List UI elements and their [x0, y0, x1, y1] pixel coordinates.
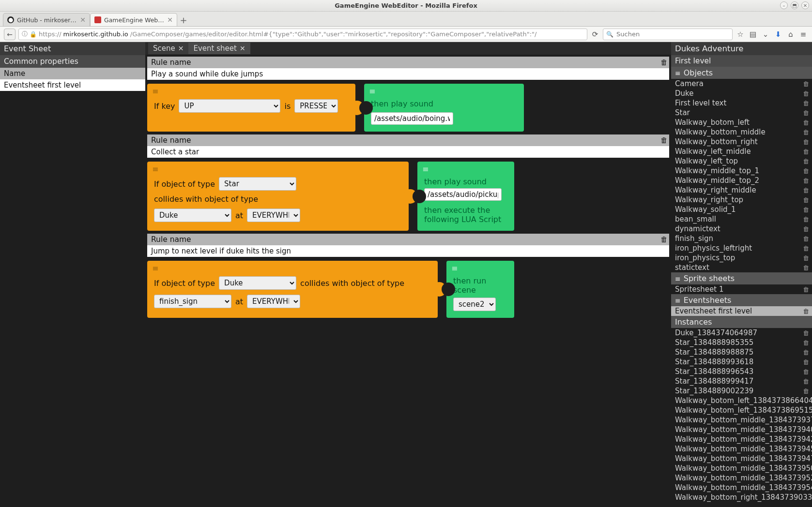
close-icon[interactable]: ✕	[240, 45, 245, 52]
key-state-select[interactable]: PRESSED	[294, 99, 338, 113]
pocket-icon[interactable]: ⌄	[761, 30, 770, 39]
delete-icon[interactable]: 🗑	[803, 138, 809, 146]
rule-name-input[interactable]: Jump to next level if duke hits the sign	[147, 245, 669, 257]
delete-icon[interactable]: 🗑	[803, 388, 809, 395]
delete-icon[interactable]: 🗑	[803, 225, 809, 233]
section-objects-heading[interactable]: ≡ Objects	[671, 67, 812, 79]
list-item[interactable]: Walkway_bottom_middle_1384373950229🗑	[671, 463, 812, 473]
key-select[interactable]: UP	[179, 99, 280, 113]
action-block[interactable]: ≡ then run scene scene2	[446, 261, 514, 318]
delete-icon[interactable]: 🗑	[803, 90, 809, 97]
delete-icon[interactable]: 🗑	[803, 129, 809, 136]
object-type-select[interactable]: finish_sign	[154, 295, 231, 308]
condition-block[interactable]: ≡ If object of type Duke collides with o…	[147, 261, 438, 318]
url-bar[interactable]: ⓘ 🔒 https://mirkosertic.github.io/GameCo…	[18, 29, 587, 40]
list-item[interactable]: bean_small🗑	[671, 214, 812, 224]
object-type-select[interactable]: Duke	[154, 209, 231, 222]
list-item[interactable]: First level text🗑	[671, 98, 812, 108]
list-item[interactable]: Walkway_bottom_right🗑	[671, 137, 812, 147]
delete-icon[interactable]: 🗑	[803, 206, 809, 213]
delete-icon[interactable]: 🗑	[803, 119, 809, 126]
delete-icon[interactable]: 🗑	[803, 358, 809, 366]
delete-icon[interactable]: 🗑	[803, 109, 809, 117]
delete-icon[interactable]: 🗑	[803, 286, 809, 293]
list-item[interactable]: Walkway_left_middle🗑	[671, 147, 812, 156]
sound-path-input[interactable]	[371, 112, 453, 125]
section-instances-heading[interactable]: Instances	[671, 316, 812, 328]
list-item[interactable]: finish_sign🗑	[671, 234, 812, 243]
downloads-icon[interactable]: ⬇	[773, 30, 783, 39]
delete-icon[interactable]: 🗑	[803, 368, 809, 375]
delete-icon[interactable]: 🗑	[803, 177, 809, 184]
list-item[interactable]: Walkway_middle_top_2🗑	[671, 176, 812, 185]
sound-path-input[interactable]	[424, 188, 502, 201]
list-item[interactable]: Star_1384888993618🗑	[671, 357, 812, 367]
list-item[interactable]: Walkway_right_middle🗑	[671, 185, 812, 195]
tab-scene[interactable]: Scene ✕	[148, 43, 188, 54]
delete-icon[interactable]: 🗑	[803, 235, 809, 242]
list-item[interactable]: Star_1384888996543🗑	[671, 367, 812, 376]
list-item[interactable]: iron_physics_top🗑	[671, 253, 812, 263]
drag-handle-icon[interactable]: ≡	[369, 87, 376, 96]
delete-icon[interactable]: 🗑	[803, 308, 809, 315]
list-item[interactable]: Walkway_bottom_middle_1384373945327🗑	[671, 444, 812, 454]
drag-handle-icon[interactable]: ≡	[422, 164, 429, 174]
list-item[interactable]: Walkway_bottom_middle🗑	[671, 127, 812, 137]
window-maximize-button[interactable]: ⬒	[791, 1, 798, 9]
list-item[interactable]: Walkway_bottom_right_1384373903304🗑	[671, 492, 812, 502]
list-item[interactable]: Walkway_botom_left_1384373869515🗑	[671, 405, 812, 415]
delete-icon[interactable]: 🗑	[803, 187, 809, 194]
delete-rule-button[interactable]: 🗑	[659, 57, 669, 68]
list-item[interactable]: Walkway_solid_1🗑	[671, 205, 812, 214]
delete-icon[interactable]: 🗑	[803, 148, 809, 155]
list-item[interactable]: Star🗑	[671, 108, 812, 118]
list-item[interactable]: Star_1384888999417🗑	[671, 376, 812, 386]
drag-handle-icon[interactable]: ≡	[152, 264, 159, 273]
list-item[interactable]: Walkway_bottom_middle_1384373947993🗑	[671, 454, 812, 463]
list-item[interactable]: dynamictext🗑	[671, 224, 812, 234]
browser-tab-editor[interactable]: GameEngine WebEditor ✕	[90, 13, 177, 26]
bookmark-star-icon[interactable]: ☆	[735, 30, 745, 39]
list-item[interactable]: Walkway_middle_top_1🗑	[671, 166, 812, 176]
drag-handle-icon[interactable]: ≡	[152, 87, 159, 96]
list-item[interactable]: Walkway_botom_left🗑	[671, 118, 812, 127]
delete-icon[interactable]: 🗑	[803, 196, 809, 204]
window-close-button[interactable]: ✕	[801, 1, 809, 9]
condition-block[interactable]: ≡ If object of type Star collides with o…	[147, 162, 409, 231]
menu-icon[interactable]: ≡	[798, 30, 808, 39]
close-icon[interactable]: ✕	[167, 16, 173, 24]
delete-icon[interactable]: 🗑	[803, 245, 809, 252]
list-item[interactable]: Walkway_right_top🗑	[671, 195, 812, 205]
list-item[interactable]: statictext🗑	[671, 263, 812, 272]
section-eventsheets-heading[interactable]: ≡ Eventsheets	[671, 294, 812, 306]
delete-icon[interactable]: 🗑	[803, 329, 809, 337]
condition-block[interactable]: ≡ If key UP is PRESSED	[147, 84, 355, 132]
search-box[interactable]: 🔍	[603, 29, 733, 40]
delete-icon[interactable]: 🗑	[803, 254, 809, 262]
list-item[interactable]: Duke_1384374064987🗑	[671, 328, 812, 338]
list-item[interactable]: Walkway_left_top🗑	[671, 156, 812, 166]
list-item[interactable]: Walkway_bottom_middle_1384373940351🗑	[671, 425, 812, 434]
property-name-value[interactable]: Eventsheet first level	[0, 79, 145, 91]
section-spritesheets-heading[interactable]: ≡ Sprite sheets	[671, 272, 812, 284]
scene-select[interactable]: scene2	[453, 298, 496, 311]
list-item[interactable]: iron_physics_leftright🗑	[671, 243, 812, 253]
window-minimize-button[interactable]: –	[780, 1, 788, 9]
delete-icon[interactable]: 🗑	[803, 349, 809, 356]
list-item[interactable]: Duke🗑	[671, 89, 812, 98]
list-item[interactable]: Camera🗑	[671, 79, 812, 89]
back-button[interactable]: ←	[4, 29, 15, 40]
list-item[interactable]: Star_1384889002239🗑	[671, 386, 812, 396]
delete-icon[interactable]: 🗑	[803, 216, 809, 223]
new-tab-button[interactable]: +	[177, 14, 190, 26]
list-item[interactable]: Walkway_bottom_middle_1384373942839🗑	[671, 434, 812, 444]
delete-rule-button[interactable]: 🗑	[659, 134, 669, 146]
list-item[interactable]: Star_1384888985355🗑	[671, 338, 812, 347]
drag-handle-icon[interactable]: ≡	[451, 264, 458, 273]
rule-name-input[interactable]: Play a sound while duke jumps	[147, 68, 669, 80]
browser-tab-github[interactable]: ⬤ GitHub - mirkosertic/… ✕	[3, 13, 90, 26]
list-item[interactable]: Walkway_bottom_middle_1384373937322🗑	[671, 415, 812, 425]
close-icon[interactable]: ✕	[80, 16, 86, 24]
search-input[interactable]	[616, 30, 729, 38]
close-icon[interactable]: ✕	[178, 45, 184, 52]
